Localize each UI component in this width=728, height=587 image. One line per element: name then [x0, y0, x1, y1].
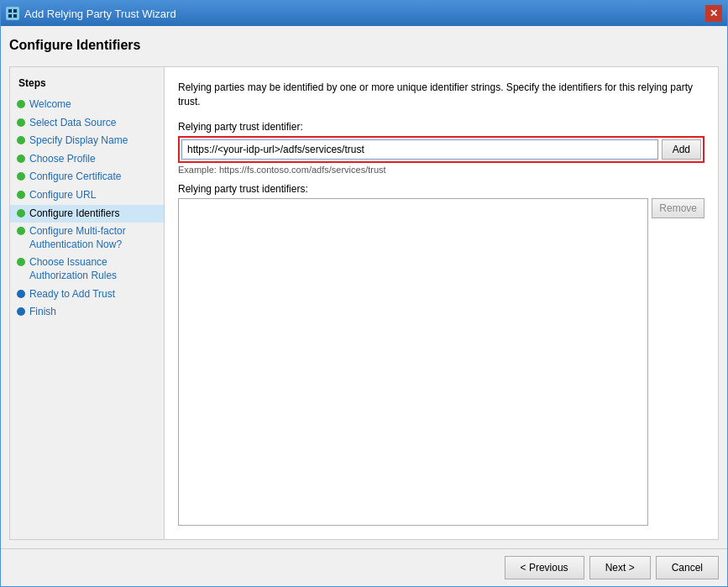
- step-dot-issuance: [17, 258, 25, 266]
- window-title: Add Relying Party Trust Wizard: [24, 8, 176, 20]
- identifier-field-label: Relying party trust identifier:: [178, 121, 704, 133]
- step-dot-display: [17, 136, 25, 144]
- identifiers-list: [178, 198, 648, 526]
- sidebar: Steps Welcome Select Data Source Specify…: [9, 66, 165, 540]
- sidebar-item-welcome[interactable]: Welcome: [10, 96, 164, 114]
- step-dot-identifiers: [17, 209, 25, 218]
- sidebar-item-choose-profile[interactable]: Choose Profile: [10, 150, 164, 169]
- svg-rect-0: [8, 9, 12, 13]
- step-dot-select: [17, 118, 25, 127]
- bottom-bar: < Previous Next > Cancel: [1, 548, 727, 586]
- sidebar-item-configure-url[interactable]: Configure URL: [10, 186, 164, 205]
- step-dot-url: [17, 191, 25, 199]
- sidebar-item-configure-multifactor[interactable]: Configure Multi-factor Authentication No…: [10, 223, 164, 254]
- identifiers-section: Remove: [178, 198, 704, 526]
- add-button[interactable]: Add: [662, 139, 701, 160]
- svg-rect-1: [13, 9, 17, 13]
- identifier-input[interactable]: [181, 139, 658, 160]
- main-layout: Steps Welcome Select Data Source Specify…: [9, 66, 719, 540]
- sidebar-item-finish[interactable]: Finish: [10, 303, 164, 322]
- cancel-button[interactable]: Cancel: [656, 556, 719, 579]
- step-dot-welcome: [17, 100, 25, 108]
- sidebar-item-configure-certificate[interactable]: Configure Certificate: [10, 168, 164, 186]
- step-dot-finish: [17, 307, 25, 316]
- close-button[interactable]: ✕: [705, 5, 722, 22]
- svg-rect-3: [13, 14, 17, 18]
- svg-rect-2: [8, 14, 12, 18]
- sidebar-item-ready-to-add[interactable]: Ready to Add Trust: [10, 286, 164, 304]
- sidebar-item-select-data-source[interactable]: Select Data Source: [10, 114, 164, 133]
- identifiers-list-label: Relying party trust identifiers:: [178, 183, 704, 195]
- next-button[interactable]: Next >: [589, 556, 651, 579]
- app-icon: [6, 7, 19, 20]
- title-bar: Add Relying Party Trust Wizard ✕: [1, 1, 727, 26]
- sidebar-item-choose-issuance[interactable]: Choose Issuance Authorization Rules: [10, 254, 164, 285]
- main-window: Add Relying Party Trust Wizard ✕ Configu…: [0, 0, 728, 587]
- previous-button[interactable]: < Previous: [505, 556, 584, 579]
- sidebar-item-configure-identifiers[interactable]: Configure Identifiers: [10, 205, 164, 223]
- title-bar-left: Add Relying Party Trust Wizard: [6, 7, 176, 20]
- page-title: Configure Identifiers: [9, 34, 719, 60]
- example-text: Example: https://fs.contoso.com/adfs/ser…: [178, 165, 704, 175]
- step-dot-ready: [17, 290, 25, 298]
- step-dot-cert: [17, 172, 25, 181]
- sidebar-item-specify-display-name[interactable]: Specify Display Name: [10, 132, 164, 150]
- step-dot-profile: [17, 155, 25, 163]
- sidebar-title: Steps: [10, 74, 164, 96]
- content-area: Configure Identifiers Steps Welcome Sele…: [1, 26, 727, 548]
- step-dot-multifactor: [17, 227, 25, 235]
- remove-button[interactable]: Remove: [652, 198, 704, 218]
- description-text: Relying parties may be identified by one…: [178, 81, 704, 109]
- right-panel: Relying parties may be identified by one…: [165, 66, 719, 540]
- identifier-row: Add: [178, 136, 704, 163]
